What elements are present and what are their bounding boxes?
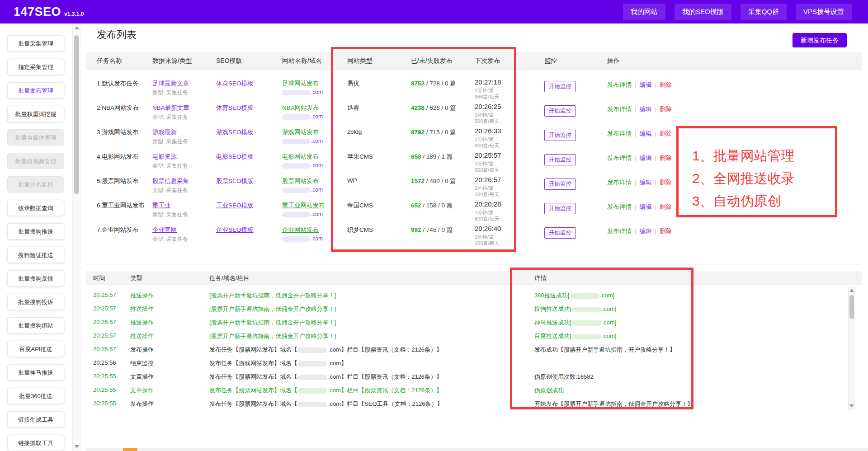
log-type: 推送操作: [130, 291, 154, 300]
sidebar-scrollbar[interactable]: [72, 23, 80, 451]
start-monitor-button[interactable]: 开始监控: [544, 81, 576, 92]
site-link[interactable]: 重工业网站发布: [282, 202, 325, 209]
template-link[interactable]: 体育SEO模板: [216, 80, 254, 87]
edit-link[interactable]: 编辑: [640, 81, 652, 88]
source-link[interactable]: 股票信息采集: [152, 178, 189, 184]
site-link[interactable]: 电影网站发布: [282, 153, 319, 160]
sidebar-item-baidu-api-push[interactable]: 百度API推送: [7, 341, 64, 357]
start-monitor-button[interactable]: 开始监控: [544, 130, 576, 141]
delete-link[interactable]: 删除: [660, 106, 672, 113]
cms-type: zblog: [347, 128, 362, 135]
publish-rate: 1分钟/篇: [475, 87, 494, 94]
sidebar-item-360-push[interactable]: 批量360推送: [7, 388, 64, 404]
source-link[interactable]: 足球最新文章: [152, 80, 189, 87]
site-link[interactable]: 股票网站发布: [282, 178, 319, 184]
sidebar-item-shenma-push[interactable]: 批量神马推送: [7, 364, 64, 381]
template-link[interactable]: 体育SEO模板: [216, 104, 254, 111]
template-link[interactable]: 工业SEO模版: [216, 202, 254, 209]
sidebar-item-keyword-mining[interactable]: 批量权重词挖掘: [7, 106, 64, 122]
log-time: 20:25:57: [93, 332, 116, 339]
task-name: 6.重工业网站发布: [97, 202, 145, 210]
scroll-up-icon[interactable]: [849, 289, 854, 292]
publish-detail-link[interactable]: 发布详情: [607, 155, 632, 161]
edit-link[interactable]: 编辑: [640, 130, 652, 137]
delete-link[interactable]: 删除: [660, 155, 672, 161]
publish-detail-link[interactable]: 发布详情: [607, 203, 632, 210]
start-monitor-button[interactable]: 开始监控: [544, 203, 576, 214]
start-monitor-button[interactable]: 开始监控: [544, 105, 576, 117]
scroll-up-icon[interactable]: [75, 26, 79, 29]
scroll-down-icon[interactable]: [75, 445, 79, 448]
sidebar-item-index-query[interactable]: 收录数据查询: [7, 200, 64, 216]
log-task: 发布任务【股票网站发布】域名【.com】栏目【股票资讯（文档：2126条）】: [209, 373, 442, 381]
publish-detail-link[interactable]: 发布详情: [607, 179, 632, 186]
site-link[interactable]: 足球网站发布: [282, 80, 319, 87]
nav-my-sites[interactable]: 我的网站: [623, 4, 665, 20]
source-link[interactable]: NBA最新文章: [152, 104, 189, 111]
delete-link[interactable]: 删除: [660, 203, 672, 210]
sidebar-item-link-generate[interactable]: 链接生成工具: [7, 411, 64, 428]
add-publish-task-button[interactable]: 新增发布任务: [793, 33, 847, 47]
edit-link[interactable]: 编辑: [640, 179, 652, 186]
nav-qq-group[interactable]: 采集QQ群: [741, 4, 787, 20]
log-time: 20:25:57: [93, 305, 116, 312]
publish-detail-link[interactable]: 发布详情: [607, 228, 632, 235]
site-domain: .com: [282, 138, 323, 144]
publish-rate: 1分钟/篇: [475, 160, 494, 167]
log-scrollbar[interactable]: [848, 287, 855, 410]
next-publish-time: 20:26:33: [475, 127, 501, 135]
sidebar-item-sogou-push[interactable]: 批量搜狗推送: [7, 223, 64, 240]
censored-domain-blur: [297, 375, 327, 380]
sidebar-item-sogou-bind[interactable]: 批量搜狗绑站: [7, 317, 64, 334]
sidebar-item-link-grab[interactable]: 链接抓取工具: [7, 435, 64, 451]
source-link[interactable]: 企业官网: [152, 226, 177, 233]
log-type: 结束监控: [130, 359, 154, 367]
publish-detail-link[interactable]: 发布详情: [607, 106, 632, 113]
site-domain: .com: [282, 113, 323, 120]
edit-link[interactable]: 编辑: [640, 203, 652, 210]
scrollbar-thumb[interactable]: [74, 35, 79, 194]
delete-link[interactable]: 删除: [660, 130, 672, 137]
source-type: 类型: 采集任务: [152, 211, 188, 219]
source-link[interactable]: 电影资源: [152, 153, 177, 160]
sidebar-item-sogou-feedback[interactable]: 批量搜狗反馈: [7, 270, 64, 287]
delete-link[interactable]: 删除: [660, 179, 672, 186]
template-link[interactable]: 企业SEO模板: [216, 226, 254, 233]
delete-link[interactable]: 删除: [660, 228, 672, 235]
sidebar-item-batch-publish[interactable]: 批量发布管理: [7, 82, 64, 99]
nav-my-seo-templates[interactable]: 我的SEO模版: [675, 4, 731, 20]
start-monitor-button[interactable]: 开始监控: [544, 154, 576, 165]
edit-link[interactable]: 编辑: [640, 228, 652, 235]
publish-detail-link[interactable]: 发布详情: [607, 130, 632, 137]
log-detail: 搜狗推送成功[.com]: [534, 305, 616, 313]
daily-quota: 800篇/每天: [475, 216, 499, 222]
app-version: v1.3.1.0: [64, 11, 84, 17]
template-link[interactable]: 游戏SEO模板: [216, 129, 254, 136]
horizontal-scrollbar-thumb[interactable]: [123, 448, 137, 451]
source-link[interactable]: 游戏最新: [152, 129, 177, 136]
log-row: 20:25:55 文章操作 发布任务【股票网站发布】域名【.com】栏目【股票资…: [86, 383, 862, 397]
scroll-down-icon[interactable]: [849, 404, 854, 408]
site-link[interactable]: 企业网站发布: [282, 226, 319, 233]
horizontal-scrollbar[interactable]: [86, 448, 868, 451]
nav-vps-dial-settings[interactable]: VPS拨号设置: [796, 4, 852, 20]
start-monitor-button[interactable]: 开始监控: [544, 227, 576, 239]
sidebar-item-assigned-collect[interactable]: 指定采集管理: [7, 59, 64, 75]
start-monitor-button[interactable]: 开始监控: [544, 179, 576, 190]
task-name: 7.企业网站发布: [97, 226, 138, 234]
delete-link[interactable]: 删除: [660, 81, 672, 88]
template-link[interactable]: 电影SEO模板: [216, 153, 254, 160]
sidebar-item-sogou-verify-push[interactable]: 搜狗验证推送: [7, 247, 64, 263]
publish-detail-link[interactable]: 发布详情: [607, 81, 632, 88]
template-link[interactable]: 股票SEO模版: [216, 178, 254, 184]
sidebar-item-batch-collect[interactable]: 批量采集管理: [7, 35, 64, 52]
log-time: 20:25:57: [93, 291, 116, 298]
edit-link[interactable]: 编辑: [640, 155, 652, 161]
scrollbar-thumb[interactable]: [849, 295, 854, 319]
sidebar-item-sogou-complaint[interactable]: 批量搜狗投诉: [7, 294, 64, 310]
annotation-line: 3、自动伪原创: [692, 190, 835, 212]
edit-link[interactable]: 编辑: [640, 106, 652, 113]
source-link[interactable]: 重工业: [152, 202, 171, 209]
site-link[interactable]: 游戏网站发布: [282, 129, 319, 136]
site-link[interactable]: NBA网站发布: [282, 104, 319, 111]
